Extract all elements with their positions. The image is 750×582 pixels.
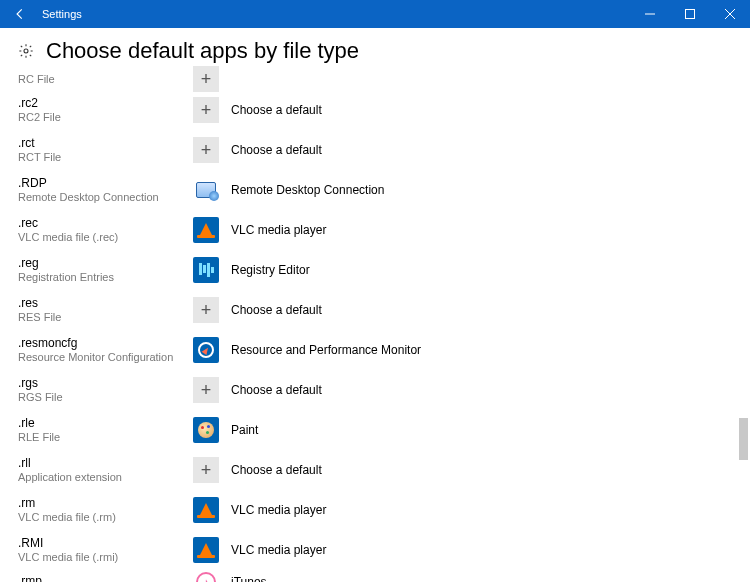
app-label: Choose a default: [231, 143, 322, 157]
app-label: Paint: [231, 423, 258, 437]
app-selector[interactable]: Registry Editor: [193, 257, 310, 283]
file-type-cell: .recVLC media file (.rec): [18, 217, 193, 243]
file-description: RC File: [18, 73, 185, 86]
file-type-row: .rmp♪iTunes: [18, 570, 732, 582]
close-button[interactable]: [710, 0, 750, 28]
file-type-cell: RC File: [18, 73, 193, 86]
app-label: Resource and Performance Monitor: [231, 343, 421, 357]
file-type-row: .RDPRemote Desktop ConnectionRemote Desk…: [18, 170, 732, 210]
file-extension: .rll: [18, 457, 185, 471]
file-type-cell: .rgsRGS File: [18, 377, 193, 403]
file-description: Resource Monitor Configuration: [18, 351, 185, 364]
file-extension: .rmp: [18, 575, 185, 582]
file-description: Application extension: [18, 471, 185, 484]
window-title: Settings: [42, 8, 82, 20]
file-type-cell: .resmoncfgResource Monitor Configuration: [18, 337, 193, 363]
file-type-cell: .RDPRemote Desktop Connection: [18, 177, 193, 203]
app-selector[interactable]: +Choose a default: [193, 377, 322, 403]
maximize-button[interactable]: [670, 0, 710, 28]
file-type-list: RC File+.rc2RC2 File+Choose a default.rc…: [18, 68, 732, 582]
scrollbar-thumb[interactable]: [739, 418, 748, 460]
file-description: RGS File: [18, 391, 185, 404]
file-extension: .rc2: [18, 97, 185, 111]
file-type-row: .resmoncfgResource Monitor Configuration…: [18, 330, 732, 370]
app-selector[interactable]: +Choose a default: [193, 97, 322, 123]
app-label: Choose a default: [231, 303, 322, 317]
file-type-cell: .rc2RC2 File: [18, 97, 193, 123]
minimize-button[interactable]: [630, 0, 670, 28]
file-type-row: .rc2RC2 File+Choose a default: [18, 90, 732, 130]
file-type-row: .RMIVLC media file (.rmi)VLC media playe…: [18, 530, 732, 570]
plus-icon: +: [193, 297, 219, 323]
back-button[interactable]: [0, 0, 40, 28]
file-extension: .RMI: [18, 537, 185, 551]
file-type-row: .rctRCT File+Choose a default: [18, 130, 732, 170]
file-type-row: .rleRLE FilePaint: [18, 410, 732, 450]
file-description: RLE File: [18, 431, 185, 444]
file-type-cell: .rctRCT File: [18, 137, 193, 163]
app-selector[interactable]: +Choose a default: [193, 297, 322, 323]
file-type-cell: .RMIVLC media file (.rmi): [18, 537, 193, 563]
app-selector[interactable]: Resource and Performance Monitor: [193, 337, 421, 363]
app-label: VLC media player: [231, 503, 326, 517]
app-selector[interactable]: VLC media player: [193, 217, 326, 243]
scrollbar[interactable]: [739, 68, 748, 578]
file-type-row: .recVLC media file (.rec)VLC media playe…: [18, 210, 732, 250]
plus-icon: +: [193, 66, 219, 92]
app-label: Choose a default: [231, 103, 322, 117]
page-heading-row: Choose default apps by file type: [18, 38, 732, 64]
app-selector[interactable]: Remote Desktop Connection: [193, 177, 384, 203]
titlebar: Settings: [0, 0, 750, 28]
file-type-row: .rmVLC media file (.rm)VLC media player: [18, 490, 732, 530]
file-type-cell: .rllApplication extension: [18, 457, 193, 483]
svg-rect-1: [686, 10, 695, 19]
file-type-cell: .rmVLC media file (.rm): [18, 497, 193, 523]
performance-monitor-icon: [193, 337, 219, 363]
app-selector[interactable]: +: [193, 66, 219, 92]
page-heading: Choose default apps by file type: [46, 38, 359, 64]
file-type-row: RC File+: [18, 68, 732, 90]
app-label: Remote Desktop Connection: [231, 183, 384, 197]
app-selector[interactable]: +Choose a default: [193, 457, 322, 483]
file-description: Remote Desktop Connection: [18, 191, 185, 204]
file-type-cell: .regRegistration Entries: [18, 257, 193, 283]
file-extension: .rm: [18, 497, 185, 511]
file-type-cell: .rmp: [18, 575, 193, 582]
file-type-cell: .rleRLE File: [18, 417, 193, 443]
svg-point-2: [24, 49, 28, 53]
app-label: iTunes: [231, 575, 267, 582]
file-type-row: .rllApplication extension+Choose a defau…: [18, 450, 732, 490]
app-label: VLC media player: [231, 543, 326, 557]
file-type-row: .rgsRGS File+Choose a default: [18, 370, 732, 410]
file-description: VLC media file (.rmi): [18, 551, 185, 564]
vlc-icon: [193, 497, 219, 523]
vlc-icon: [193, 537, 219, 563]
registry-editor-icon: [193, 257, 219, 283]
file-type-row: .regRegistration EntriesRegistry Editor: [18, 250, 732, 290]
file-extension: .res: [18, 297, 185, 311]
app-label: Choose a default: [231, 463, 322, 477]
file-description: RC2 File: [18, 111, 185, 124]
remote-desktop-icon: [193, 177, 219, 203]
app-selector[interactable]: VLC media player: [193, 537, 326, 563]
plus-icon: +: [193, 377, 219, 403]
itunes-icon: ♪: [193, 569, 219, 582]
file-description: VLC media file (.rm): [18, 511, 185, 524]
file-extension: .rct: [18, 137, 185, 151]
app-selector[interactable]: +Choose a default: [193, 137, 322, 163]
app-selector[interactable]: ♪iTunes: [193, 569, 267, 582]
gear-icon: [18, 43, 34, 59]
plus-icon: +: [193, 457, 219, 483]
file-extension: .rgs: [18, 377, 185, 391]
content-area: Choose default apps by file type RC File…: [0, 28, 750, 582]
file-extension: .reg: [18, 257, 185, 271]
file-extension: .rec: [18, 217, 185, 231]
app-selector[interactable]: VLC media player: [193, 497, 326, 523]
app-selector[interactable]: Paint: [193, 417, 258, 443]
app-label: VLC media player: [231, 223, 326, 237]
app-label: Choose a default: [231, 383, 322, 397]
file-description: VLC media file (.rec): [18, 231, 185, 244]
app-label: Registry Editor: [231, 263, 310, 277]
plus-icon: +: [193, 97, 219, 123]
vlc-icon: [193, 217, 219, 243]
